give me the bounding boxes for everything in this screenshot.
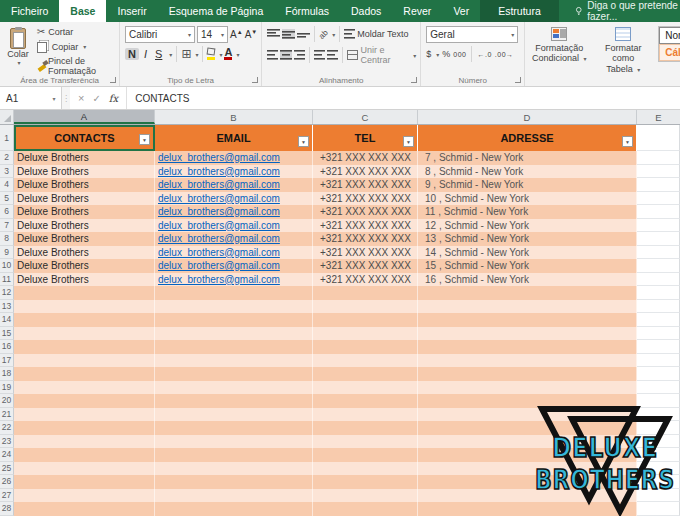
align-bottom-button[interactable] (297, 29, 310, 39)
font-size-select[interactable]: 14 ▾ (197, 26, 228, 43)
row-header[interactable]: 18 (0, 367, 14, 381)
cell[interactable]: 12 , Schmid - New York (418, 219, 637, 233)
increase-decimal-button[interactable]: ←.0 (477, 51, 491, 58)
cell[interactable]: +321 XXX XXX XXX (313, 178, 418, 192)
cell[interactable] (14, 327, 155, 341)
column-header-c[interactable]: C (313, 110, 418, 124)
bold-button[interactable]: N (125, 48, 139, 60)
row-header[interactable]: 3 (0, 165, 14, 179)
cell[interactable] (637, 151, 680, 165)
cell[interactable] (313, 367, 418, 381)
cell[interactable]: delux_brothers@gmail.com (155, 165, 313, 179)
italic-button[interactable]: I (141, 48, 150, 60)
row-header[interactable]: 13 (0, 300, 14, 314)
cell[interactable] (418, 394, 637, 408)
row-header[interactable]: 15 (0, 327, 14, 341)
tab-ficheiro[interactable]: Ficheiro (0, 0, 59, 22)
cell[interactable] (313, 435, 418, 449)
cell[interactable]: delux_brothers@gmail.com (155, 246, 313, 260)
wrap-text-button[interactable]: Moldar Texto (357, 29, 408, 39)
column-header-b[interactable]: B (155, 110, 313, 124)
cell[interactable] (637, 340, 680, 354)
row-header[interactable]: 22 (0, 421, 14, 435)
cell[interactable] (155, 475, 313, 489)
cell[interactable] (14, 502, 155, 516)
cell[interactable]: +321 XXX XXX XXX (313, 151, 418, 165)
select-all-button[interactable] (0, 110, 14, 124)
cell[interactable] (14, 421, 155, 435)
row-header[interactable]: 19 (0, 381, 14, 395)
cell[interactable] (637, 354, 680, 368)
cell[interactable] (313, 286, 418, 300)
cell[interactable] (313, 489, 418, 503)
cell[interactable] (155, 408, 313, 422)
cell[interactable] (418, 327, 637, 341)
format-as-table-button[interactable]: Formatar como Tabela ▾ (594, 26, 652, 74)
cell[interactable] (637, 448, 680, 462)
cell[interactable]: +321 XXX XXX XXX (313, 205, 418, 219)
cell[interactable] (313, 313, 418, 327)
row-header[interactable]: 26 (0, 475, 14, 489)
shrink-font-button[interactable]: A▼ (245, 29, 258, 40)
cell[interactable]: Deluxe Brothers (14, 192, 155, 206)
cell[interactable] (637, 421, 680, 435)
fill-color-button[interactable] (207, 48, 215, 60)
cell[interactable]: Deluxe Brothers (14, 273, 155, 287)
cell[interactable] (637, 205, 680, 219)
row-header[interactable]: 27 (0, 489, 14, 503)
currency-button[interactable]: $ (426, 49, 431, 59)
cell[interactable] (14, 448, 155, 462)
row-header[interactable]: 10 (0, 259, 14, 273)
cell[interactable] (14, 381, 155, 395)
tab-ver[interactable]: Ver (442, 0, 480, 22)
cell[interactable]: Deluxe Brothers (14, 259, 155, 273)
cell[interactable]: delux_brothers@gmail.com (155, 178, 313, 192)
cell[interactable]: delux_brothers@gmail.com (155, 232, 313, 246)
cell[interactable] (637, 273, 680, 287)
cell[interactable]: +321 XXX XXX XXX (313, 232, 418, 246)
cell[interactable] (418, 502, 637, 516)
cell[interactable]: delux_brothers@gmail.com (155, 192, 313, 206)
cell[interactable]: 8 , Schmid - New York (418, 165, 637, 179)
align-top-button[interactable] (267, 29, 280, 39)
cell[interactable] (155, 354, 313, 368)
row-header[interactable]: 9 (0, 246, 14, 260)
cell[interactable] (418, 286, 637, 300)
font-name-select[interactable]: Calibri ▾ (125, 26, 195, 43)
cell[interactable] (418, 462, 637, 476)
orientation-button[interactable]: ab (317, 28, 330, 41)
cell[interactable] (418, 300, 637, 314)
cell[interactable] (14, 313, 155, 327)
cell[interactable] (14, 408, 155, 422)
row-header[interactable]: 11 (0, 273, 14, 287)
column-header-e[interactable]: E (637, 110, 680, 124)
cell[interactable]: 15 , Schmid - New York (418, 259, 637, 273)
dialog-launcher-icon[interactable] (252, 77, 258, 83)
cell[interactable] (418, 421, 637, 435)
cell[interactable]: 14 , Schmid - New York (418, 246, 637, 260)
paste-button[interactable]: Colar ▾ (5, 26, 31, 77)
cell[interactable] (637, 381, 680, 395)
cell[interactable]: 11 , Schmid - New York (418, 205, 637, 219)
tab-formulas[interactable]: Fórmulas (274, 0, 340, 22)
header-cell-contacts[interactable]: CONTACTS ▼ (14, 125, 155, 151)
cell[interactable] (637, 286, 680, 300)
cell[interactable] (637, 232, 680, 246)
cell[interactable] (418, 367, 637, 381)
cell[interactable] (155, 286, 313, 300)
row-header[interactable]: 14 (0, 313, 14, 327)
cell[interactable] (14, 367, 155, 381)
cell[interactable]: Deluxe Brothers (14, 205, 155, 219)
cell[interactable] (418, 448, 637, 462)
number-format-select[interactable]: Geral ▾ (426, 26, 518, 43)
cell[interactable] (418, 354, 637, 368)
cell[interactable] (155, 462, 313, 476)
filter-button[interactable]: ▼ (139, 134, 150, 145)
cell[interactable] (313, 394, 418, 408)
tell-me-search[interactable]: Diga o que pretende fazer... (575, 0, 680, 22)
row-header[interactable]: 2 (0, 151, 14, 165)
cell[interactable] (14, 394, 155, 408)
dialog-launcher-icon[interactable] (110, 77, 116, 83)
cell[interactable] (418, 340, 637, 354)
cell[interactable] (637, 125, 680, 151)
